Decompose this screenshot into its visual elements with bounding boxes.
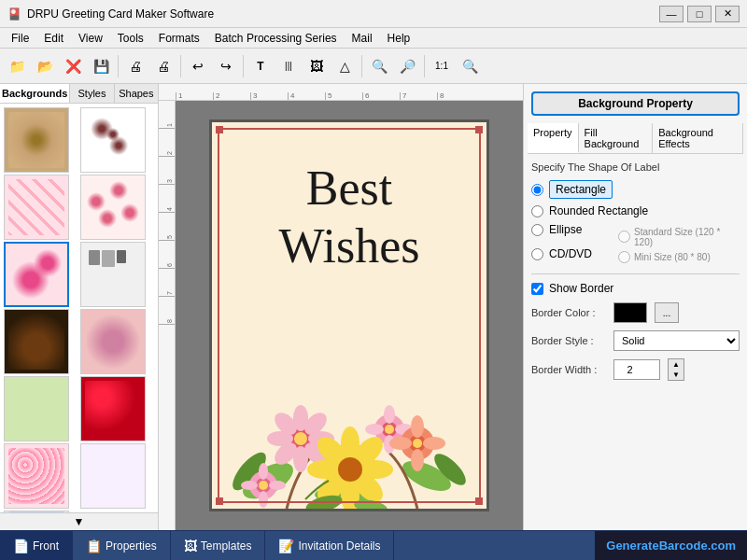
bg-thumb-2[interactable] — [80, 107, 146, 173]
menu-batch-processing[interactable]: Batch Processing Series — [207, 30, 345, 47]
bg-thumb-9[interactable] — [4, 376, 69, 441]
tab-invitation-details[interactable]: 📝 Invitation Details — [265, 531, 394, 560]
border-color-picker-btn[interactable]: ... — [655, 302, 679, 323]
toolbar-print2[interactable]: 🖨 — [150, 53, 176, 79]
toolbar-sep-3 — [243, 55, 244, 77]
radio-rounded-row: Rounded Rectangle — [531, 204, 740, 217]
toolbar-open[interactable]: 📂 — [32, 53, 58, 79]
menu-formats[interactable]: Formats — [151, 30, 207, 47]
close-button[interactable]: ✕ — [715, 6, 740, 22]
tab-front[interactable]: 📄 Front — [0, 531, 73, 560]
canvas-area[interactable]: 1 2 3 4 5 6 7 8 1 2 3 4 5 6 7 8 — [159, 84, 523, 530]
menubar: File Edit View Tools Formats Batch Proce… — [0, 28, 747, 49]
menu-help[interactable]: Help — [380, 30, 418, 47]
background-property-header: Background Property — [531, 91, 740, 116]
bg-thumb-11[interactable] — [4, 443, 69, 509]
svg-point-39 — [411, 415, 424, 438]
bg-thumb-1[interactable] — [4, 107, 69, 173]
border-style-label: Border Style : — [531, 335, 606, 346]
toolbar: 📁 📂 ❌ 💾 🖨 🖨 ↩ ↪ T ||| 🖼 △ 🔍 🔎 1:1 🔍 — [0, 49, 747, 84]
radio-standard-size[interactable] — [618, 231, 630, 243]
bg-thumb-5[interactable] — [4, 242, 69, 307]
toolbar-1to1[interactable]: 1:1 — [429, 53, 455, 79]
toolbar-zoom-in[interactable]: 🔍 — [366, 53, 392, 79]
card-inner: Best Wishes — [212, 122, 486, 509]
tab-properties[interactable]: 📋 Properties — [73, 531, 171, 560]
tab-backgrounds[interactable]: Backgrounds — [0, 84, 70, 103]
bg-thumb-3[interactable] — [4, 175, 69, 240]
svg-point-47 — [259, 491, 268, 508]
front-icon: 📄 — [13, 539, 29, 553]
toolbar-sep-5 — [424, 55, 425, 77]
toolbar-image[interactable]: 🖼 — [303, 53, 330, 79]
tab-fill-background[interactable]: Fill Background — [579, 123, 654, 153]
properties-icon: 📋 — [86, 539, 102, 553]
radio-mini-size[interactable] — [618, 251, 630, 263]
radio-ellipse-item: Ellipse — [531, 223, 592, 236]
radio-cddvd[interactable] — [531, 248, 543, 260]
border-width-input[interactable] — [613, 359, 660, 380]
titlebar-left: 🎴 DRPU Greeting Card Maker Software — [7, 7, 214, 21]
menu-edit[interactable]: Edit — [36, 30, 71, 47]
canvas-content[interactable]: Best Wishes — [176, 101, 523, 530]
toolbar-undo[interactable]: ↩ — [185, 53, 211, 79]
tab-styles[interactable]: Styles — [70, 84, 114, 103]
toolbar-save[interactable]: 💾 — [88, 53, 114, 79]
svg-point-35 — [338, 457, 362, 482]
bg-thumb-6[interactable] — [80, 242, 146, 307]
card-flowers — [212, 359, 486, 509]
cddvd-label: CD/DVD — [549, 247, 592, 260]
menu-tools[interactable]: Tools — [110, 30, 151, 47]
minimize-button[interactable]: — — [659, 6, 684, 22]
border-style-select[interactable]: Solid Dashed Dotted — [613, 330, 740, 351]
scroll-down-arrow[interactable]: ▼ — [0, 512, 158, 530]
bg-thumb-10[interactable] — [80, 376, 146, 441]
radio-rounded-rectangle[interactable] — [531, 205, 543, 217]
menu-mail[interactable]: Mail — [345, 30, 380, 47]
svg-point-46 — [259, 463, 268, 480]
tab-property[interactable]: Property — [528, 123, 579, 153]
right-tabs: Property Fill Background Background Effe… — [528, 123, 743, 154]
toolbar-sep-2 — [180, 55, 181, 77]
border-width-spinner[interactable]: ▲ ▼ — [668, 358, 684, 381]
titlebar-controls: — □ ✕ — [659, 6, 740, 22]
border-width-row: Border Width : ▲ ▼ — [531, 358, 740, 381]
maximize-button[interactable]: □ — [687, 6, 712, 22]
toolbar-shape[interactable]: △ — [331, 53, 358, 79]
menu-file[interactable]: File — [4, 30, 36, 47]
toolbar-close[interactable]: ❌ — [60, 53, 86, 79]
radio-ellipse-cddvd-row: Ellipse CD/DVD Standard Size (120 * 120) — [531, 223, 740, 266]
bg-thumb-4[interactable] — [80, 175, 146, 240]
templates-icon: 🖼 — [184, 539, 197, 553]
show-border-checkbox[interactable] — [531, 283, 543, 295]
tab-templates[interactable]: 🖼 Templates — [171, 531, 266, 560]
main-area: Backgrounds Styles Shapes — [0, 84, 747, 530]
bg-thumb-8[interactable] — [80, 309, 146, 374]
border-color-swatch[interactable] — [613, 302, 647, 323]
radio-rectangle[interactable] — [531, 184, 543, 196]
toolbar-print[interactable]: 🖨 — [122, 53, 148, 79]
menu-view[interactable]: View — [71, 30, 110, 47]
tab-background-effects[interactable]: Background Effects — [653, 123, 743, 153]
radio-ellipse[interactable] — [531, 224, 543, 236]
toolbar-magnify[interactable]: 🔍 — [457, 53, 483, 79]
toolbar-sep-1 — [118, 55, 119, 77]
tab-shapes[interactable]: Shapes — [115, 84, 158, 103]
bg-thumb-7[interactable] — [4, 309, 69, 374]
svg-point-40 — [411, 449, 424, 471]
invitation-icon: 📝 — [278, 539, 294, 553]
spin-up[interactable]: ▲ — [669, 359, 684, 370]
spin-down[interactable]: ▼ — [669, 370, 684, 380]
toolbar-redo[interactable]: ↪ — [213, 53, 239, 79]
svg-point-45 — [259, 481, 268, 490]
toolbar-text[interactable]: T — [247, 53, 274, 79]
bottom-bar: 📄 Front 📋 Properties 🖼 Templates 📝 Invit… — [0, 530, 747, 560]
radio-rectangle-row: Rectangle — [531, 180, 740, 199]
bg-thumb-12[interactable] — [80, 443, 146, 509]
border-color-label: Border Color : — [531, 307, 606, 318]
toolbar-barcode[interactable]: ||| — [275, 53, 302, 79]
toolbar-zoom-out[interactable]: 🔎 — [394, 53, 420, 79]
card-text-line1: Best — [212, 160, 486, 217]
toolbar-new[interactable]: 📁 — [4, 53, 30, 79]
greeting-card[interactable]: Best Wishes — [209, 119, 489, 511]
